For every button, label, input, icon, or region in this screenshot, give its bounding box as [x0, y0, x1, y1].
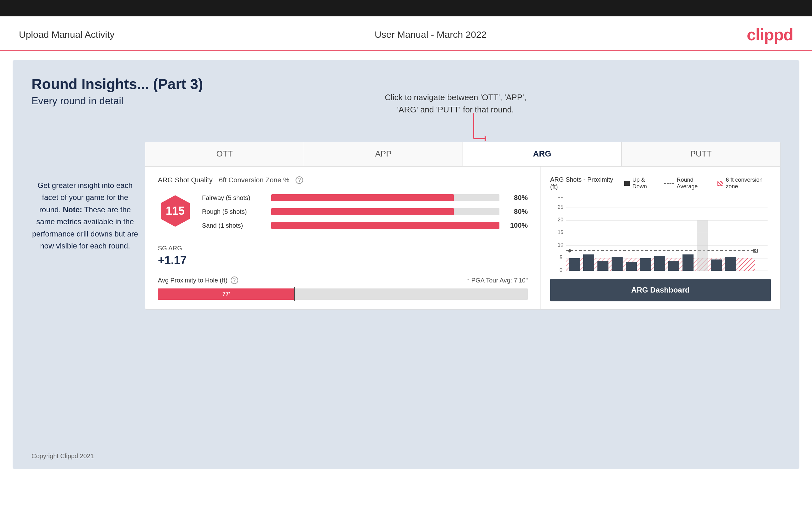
shot-row-rough: Rough (5 shots) 80% — [202, 208, 528, 216]
tab-putt[interactable]: PUTT — [622, 142, 780, 166]
card-body: ARG Shot Quality 6ft Conversion Zone % ?… — [145, 167, 780, 309]
svg-text:0: 0 — [560, 267, 562, 272]
proximity-cursor — [294, 287, 295, 301]
copyright: Copyright Clippd 2021 — [32, 453, 94, 460]
tab-arg[interactable]: ARG — [463, 142, 622, 166]
proximity-bar-container: 77' — [158, 288, 528, 300]
proximity-bar-text: 77' — [222, 291, 230, 297]
legend-6ft-zone-label: 6 ft conversion zone — [726, 177, 771, 190]
sand-bar-fill — [271, 222, 499, 229]
header: Upload Manual Activity User Manual - Mar… — [0, 16, 812, 51]
hex-number: 115 — [166, 204, 185, 218]
chart-header: ARG Shots - Proximity (ft) Up & Down Rou… — [550, 176, 771, 190]
legend-6ft-zone-box — [717, 181, 723, 186]
proximity-avg: ↑ PGA Tour Avg: 7'10" — [466, 277, 528, 284]
proximity-section: Avg Proximity to Hole (ft) ? ↑ PGA Tour … — [158, 277, 528, 300]
proximity-info-icon[interactable]: ? — [231, 277, 238, 284]
proximity-header: Avg Proximity to Hole (ft) ? ↑ PGA Tour … — [158, 277, 528, 284]
proximity-label: Avg Proximity to Hole (ft) — [158, 277, 227, 284]
svg-rect-25 — [597, 261, 608, 271]
svg-rect-23 — [569, 258, 580, 271]
shot-row-sand: Sand (1 shots) 100% — [202, 221, 528, 230]
info-icon[interactable]: ? — [296, 176, 303, 184]
hex-score: 115 — [158, 194, 193, 228]
svg-rect-33 — [711, 260, 722, 271]
svg-text:5: 5 — [560, 255, 562, 260]
sg-label: SG ARG — [158, 245, 528, 252]
legend-round-avg: Round Average — [664, 177, 711, 190]
legend-up-down-label: Up & Down — [632, 177, 658, 190]
svg-text:10: 10 — [558, 242, 563, 247]
hex-score-container: 115 Fairway (5 shots) 80% Rough (5 sho — [158, 194, 528, 235]
fairway-bar-fill — [271, 194, 454, 201]
legend-round-avg-label: Round Average — [676, 177, 711, 190]
conversion-zone-label: 6ft Conversion Zone % — [219, 176, 290, 184]
svg-marker-18 — [567, 249, 572, 252]
fairway-bar-container — [271, 194, 499, 201]
tabs-container: OTT APP ARG PUTT — [145, 142, 780, 167]
rough-bar-fill — [271, 208, 454, 215]
svg-text:25: 25 — [558, 204, 563, 210]
section-header: ARG Shot Quality 6ft Conversion Zone % ? — [158, 176, 528, 184]
top-bar — [0, 0, 812, 16]
rough-pct: 80% — [506, 208, 528, 216]
shot-quality-list: Fairway (5 shots) 80% Rough (5 shots) — [202, 194, 528, 235]
document-title: User Manual - March 2022 — [375, 29, 487, 40]
svg-text:30: 30 — [558, 197, 563, 199]
legend-round-avg-line — [664, 183, 674, 184]
svg-marker-2 — [485, 135, 486, 142]
page-title: Round Insights... (Part 3) — [32, 75, 780, 93]
sg-value: +1.17 — [158, 254, 528, 267]
nav-hint-line2: 'ARG' and 'PUTT' for that round. — [397, 105, 514, 114]
svg-rect-27 — [626, 262, 637, 271]
svg-rect-29 — [654, 256, 665, 271]
shot-row-fairway: Fairway (5 shots) 80% — [202, 194, 528, 202]
nav-hint-line1: Click to navigate between 'OTT', 'APP', — [385, 93, 526, 102]
sg-section: SG ARG +1.17 — [158, 245, 528, 267]
rough-bar-container — [271, 208, 499, 215]
rough-label: Rough (5 shots) — [202, 208, 265, 215]
sand-bar-container — [271, 222, 499, 229]
legend-up-down-box — [624, 181, 630, 186]
arg-dashboard-button[interactable]: ARG Dashboard — [550, 279, 771, 301]
tab-app[interactable]: APP — [304, 142, 463, 166]
svg-rect-34 — [725, 257, 736, 271]
svg-rect-24 — [583, 255, 594, 271]
left-panel: ARG Shot Quality 6ft Conversion Zone % ?… — [145, 167, 541, 309]
fairway-label: Fairway (5 shots) — [202, 194, 265, 202]
chart-title: ARG Shots - Proximity (ft) — [550, 176, 615, 190]
legend-up-down: Up & Down — [624, 177, 658, 190]
main-content: Round Insights... (Part 3) Every round i… — [13, 60, 799, 469]
svg-rect-28 — [640, 258, 651, 271]
dashboard-card: OTT APP ARG PUTT ARG Shot Quality 6ft Co… — [145, 142, 780, 309]
arg-shot-quality-label: ARG Shot Quality — [158, 176, 213, 184]
svg-text:15: 15 — [558, 230, 563, 235]
svg-rect-30 — [668, 261, 679, 271]
svg-text:8: 8 — [754, 248, 757, 253]
svg-rect-26 — [612, 257, 623, 271]
nav-hint: Click to navigate between 'OTT', 'APP', … — [385, 91, 526, 116]
proximity-bar-fill: 77' — [158, 288, 295, 300]
sand-label: Sand (1 shots) — [202, 222, 265, 229]
svg-rect-31 — [682, 255, 694, 271]
proximity-chart: 0 5 10 15 20 25 30 — [550, 197, 771, 272]
fairway-pct: 80% — [506, 194, 528, 202]
left-description: Get greater insight into each facet of y… — [32, 179, 139, 252]
svg-text:20: 20 — [558, 217, 563, 222]
right-panel: ARG Shots - Proximity (ft) Up & Down Rou… — [541, 167, 780, 309]
svg-rect-32 — [697, 220, 708, 271]
clippd-logo: clippd — [747, 25, 793, 44]
upload-manual-activity-link[interactable]: Upload Manual Activity — [19, 29, 115, 40]
legend-6ft-zone: 6 ft conversion zone — [717, 177, 771, 190]
svg-rect-35 — [739, 258, 755, 271]
chart-area: 0 5 10 15 20 25 30 — [550, 197, 771, 272]
sand-pct: 100% — [506, 221, 528, 230]
tab-ott[interactable]: OTT — [145, 142, 304, 166]
